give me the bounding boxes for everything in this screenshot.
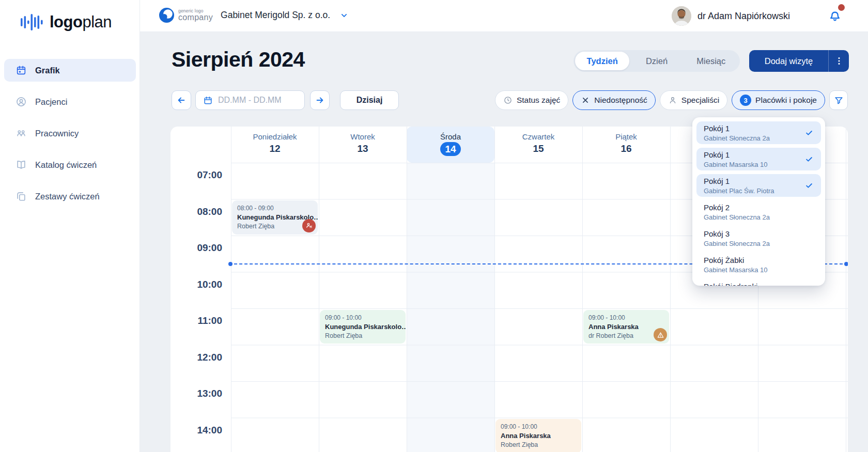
filter-funnel-button[interactable] — [829, 90, 848, 110]
room-location: Gabinet Plac Św. Piotra — [704, 186, 814, 195]
room-option[interactable]: Pokój 2 Gabinet Słoneczna 2a — [696, 200, 821, 223]
hour-label: 12:00 — [171, 351, 222, 364]
event-time: 09:00 - 10:00 — [501, 423, 576, 431]
view-tab[interactable]: Tydzień — [575, 52, 629, 70]
sidebar-item[interactable]: Katalog ćwiczeń — [4, 153, 136, 176]
room-title: Pokój Żabki — [704, 255, 814, 266]
patient-icon — [16, 96, 27, 107]
date-range-input[interactable]: DD.MM - DD.MM — [195, 90, 305, 110]
room-title: Pokój Biedronki — [704, 282, 814, 286]
calendar-event[interactable]: 09:00 - 10:00 Kunegunda Piskarskolo… Rob… — [320, 310, 406, 344]
day-header[interactable]: Wtorek 13 — [319, 127, 407, 163]
sidebar: logoplan Grafik Pacjenci Pracownicy Kata… — [0, 0, 140, 452]
company-logo-main-text: company — [178, 13, 213, 22]
hour-label: 10:00 — [171, 278, 222, 291]
room-location: Gabinet Słoneczna 2a — [704, 213, 814, 222]
kebab-menu-icon[interactable] — [828, 50, 849, 72]
event-specialist: Robert Zięba — [325, 332, 400, 340]
filter-chip[interactable]: Niedostępność — [572, 90, 656, 110]
view-switcher: Tydzień Dzień Miesiąc — [574, 50, 740, 72]
date-range-placeholder: DD.MM - DD.MM — [218, 96, 282, 105]
add-visit-button[interactable]: Dodaj wizytę — [749, 50, 849, 72]
room-option[interactable]: Pokój 1 Gabinet Plac Św. Piotra — [696, 174, 821, 197]
room-option[interactable]: Pokój 1 Gabinet Słoneczna 2a — [696, 121, 821, 144]
hour-label: 08:00 — [171, 206, 222, 218]
event-specialist: dr Robert Zięba — [588, 332, 664, 340]
sidebar-item[interactable]: Pracownicy — [4, 122, 136, 145]
next-week-button[interactable] — [310, 90, 330, 110]
warning-icon — [654, 328, 667, 341]
filter-chip-label: Placówki i pokoje — [755, 96, 817, 105]
sidebar-item[interactable]: Grafik — [4, 59, 136, 82]
hour-label: 14:00 — [171, 424, 222, 437]
day-date: 12 — [269, 143, 280, 154]
day-date: 16 — [621, 143, 631, 154]
view-tab[interactable]: Miesiąc — [684, 52, 738, 70]
waveform-logo-icon — [21, 11, 44, 33]
person-x-icon — [302, 219, 316, 232]
view-tab[interactable]: Dzień — [629, 52, 684, 70]
room-option[interactable]: Pokój Żabki Gabinet Masarska 10 — [696, 253, 821, 276]
day-header[interactable]: Środa 14 — [407, 127, 494, 163]
room-option[interactable]: Pokój Biedronki — [696, 279, 821, 286]
company-logo-icon — [159, 7, 175, 23]
event-time: 08:00 - 09:00 — [237, 204, 313, 213]
user-menu[interactable]: dr Adam Napiórkowski — [672, 6, 790, 26]
room-option[interactable]: Pokój 3 Gabinet Słoneczna 2a — [696, 227, 821, 250]
day-header[interactable]: Poniedziałek 12 — [231, 127, 319, 163]
clock-icon — [503, 96, 513, 105]
notification-dot — [838, 4, 845, 11]
room-title: Pokój 1 — [704, 123, 814, 134]
room-location: Gabinet Masarska 10 — [704, 266, 814, 274]
calendar-icon — [203, 96, 213, 105]
topbar: generic logo company Gabinet Merigold Sp… — [140, 0, 868, 32]
chevron-down-icon[interactable] — [339, 10, 349, 21]
prev-week-button[interactable] — [172, 90, 191, 110]
day-header[interactable]: Czwartek 15 — [494, 127, 582, 163]
sidebar-item[interactable]: Pacjenci — [4, 90, 136, 113]
date-navigation: DD.MM - DD.MM Dzisiaj — [172, 90, 399, 110]
view-tab-label: Tydzień — [587, 56, 618, 66]
app-logo: logoplan — [21, 11, 112, 33]
event-specialist: Robert Zięba — [501, 441, 576, 449]
rooms-dropdown: Pokój 1 Gabinet Słoneczna 2a Pokój 1 Gab… — [692, 117, 825, 286]
filter-chip-label: Status zajęć — [517, 96, 560, 105]
calendar-event[interactable]: 08:00 - 09:00 Kunegunda Piskarskolo… Rob… — [232, 200, 318, 235]
chip-count-badge: 3 — [740, 95, 751, 106]
event-time: 09:00 - 10:00 — [588, 314, 664, 322]
x-icon — [581, 96, 590, 105]
day-header[interactable]: Piątek 16 — [582, 127, 670, 163]
employees-icon — [16, 128, 27, 139]
calendar-event[interactable]: 09:00 - 10:00 Anna Piskarska dr Robert Z… — [583, 310, 669, 344]
logo-text-bold: logo — [50, 13, 82, 31]
room-option[interactable]: Pokój 1 Gabinet Masarska 10 — [696, 148, 821, 170]
calendar-icon — [16, 65, 27, 76]
view-tab-label: Dzień — [646, 56, 668, 66]
room-title: Pokój 1 — [704, 150, 814, 160]
day-name: Wtorek — [319, 132, 407, 141]
company-logo-text: generic logo company — [178, 9, 213, 22]
filter-chip[interactable]: Status zajęć — [495, 90, 568, 110]
app-logo-text: logoplan — [50, 13, 112, 32]
filter-chip-label: Niedostępność — [594, 96, 647, 105]
clinic-selector[interactable]: generic logo company Gabinet Merigold Sp… — [159, 7, 349, 23]
event-time: 09:00 - 10:00 — [325, 314, 400, 322]
filter-chip-label: Specjaliści — [681, 96, 719, 105]
book-icon — [16, 159, 27, 170]
sidebar-item[interactable]: Zestawy ćwiczeń — [4, 185, 136, 208]
day-name: Piątek — [582, 132, 670, 141]
check-icon — [804, 128, 814, 137]
filter-chip[interactable]: 3 Placówki i pokoje — [732, 90, 825, 110]
sidebar-item-label: Zestawy ćwiczeń — [35, 192, 100, 201]
event-patient: Kunegunda Piskarskolo… — [325, 322, 400, 332]
company-logo-small-text: generic logo — [178, 9, 213, 13]
today-button[interactable]: Dzisiaj — [340, 90, 399, 110]
room-title: Pokój 1 — [704, 176, 814, 186]
page-title: Sierpień 2024 — [172, 48, 305, 72]
sidebar-item-label: Pacjenci — [35, 97, 67, 107]
day-date: 13 — [357, 143, 368, 154]
event-patient: Anna Piskarska — [588, 322, 664, 332]
filter-chip[interactable]: Specjaliści — [660, 90, 727, 110]
calendar-event[interactable]: 09:00 - 10:00 Anna Piskarska Robert Zięb… — [495, 419, 581, 452]
add-visit-label: Dodaj wizytę — [749, 56, 828, 66]
